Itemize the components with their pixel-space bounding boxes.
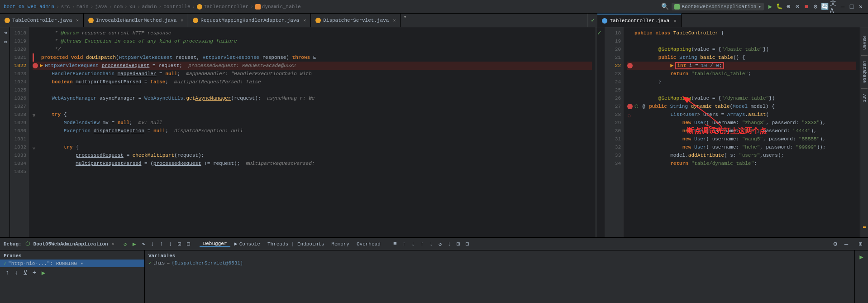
code-panel-right: ✓ 18 19 20 21 22 23 24 25 26 27 28 29 30… — [596, 27, 868, 237]
window-close[interactable]: ✕ — [857, 3, 864, 10]
step-out[interactable]: ↑ — [158, 240, 165, 248]
tab-console[interactable]: ▶ Console — [230, 240, 263, 247]
evaluate[interactable]: ⊡ — [176, 240, 183, 248]
code-line-1018: * @param response current HTTP response — [33, 29, 592, 37]
stream-icon-3[interactable]: ↓ — [410, 240, 417, 248]
right-line-25 — [627, 86, 856, 94]
frames-panel: Frames ✓ "http-nio-...": RUNNING ▾ ↑ ↓ ⊻… — [0, 250, 145, 303]
var-equals: = — [167, 260, 170, 266]
sidebar-project[interactable]: P — [1, 29, 9, 37]
stop-button[interactable]: ■ — [803, 3, 810, 10]
right-panel-check: ✓ — [591, 16, 595, 24]
bp-triangle-1028[interactable]: ▽ — [33, 112, 38, 117]
maven-tab[interactable]: Maven — [862, 36, 867, 50]
var-this-value: {DispatcherServlet@6531} — [172, 260, 243, 266]
stream-icon-9[interactable]: ⊟ — [464, 240, 471, 248]
tab-memory[interactable]: Memory — [328, 241, 353, 247]
main-content: P S 1018 1019 1020 1021 1022 1023 1024 1… — [0, 27, 868, 237]
frame-dropdown[interactable]: ▾ — [81, 260, 84, 266]
art-tab[interactable]: Art — [862, 94, 867, 102]
layout-icon[interactable]: ⊞ — [857, 240, 864, 248]
stream-icon-1[interactable]: ≡ — [391, 240, 399, 248]
debug-tabs: Debugger ▶ Console Threads | Endpoints M… — [200, 240, 384, 247]
close-tab-right-1[interactable]: ✕ — [673, 18, 676, 24]
right-line-28: ○ List<User> users = Arrays.asList( — [627, 111, 856, 119]
add-watch[interactable]: + — [31, 269, 38, 276]
breakpoint-right-27[interactable] — [627, 104, 633, 109]
debug-button[interactable]: 🐛 — [776, 3, 783, 10]
tab-overhead[interactable]: Overhead — [353, 241, 384, 247]
right-line-34: return "table/dynamic_table"; — [627, 159, 856, 168]
stream-icon-2[interactable]: ↑ — [401, 240, 408, 248]
close-tab-4[interactable]: ✕ — [393, 18, 396, 23]
var-check-icon: ✓ — [148, 260, 151, 266]
right-line-33: model.addAttribute( s: "users",users); — [627, 151, 856, 159]
build-button[interactable]: ⚙ — [812, 3, 819, 10]
tab-invocable[interactable]: InvocableHandlerMethod.java ✕ — [84, 14, 188, 27]
window-max[interactable]: □ — [848, 3, 855, 10]
var-this: ✓ this = {DispatcherServlet@6531} — [145, 260, 854, 267]
right-debug-icons: ⊞ — [857, 240, 864, 248]
breakpoint-1022[interactable] — [33, 63, 38, 68]
right-line-20: @GetMapping(value = {"/basic_table"}) — [627, 45, 856, 53]
nav-down[interactable]: ↓ — [13, 269, 20, 276]
sidebar-structure[interactable]: S — [1, 38, 9, 46]
line-numbers-left: 1018 1019 1020 1021 1022 1023 1024 1025 … — [10, 27, 29, 237]
tab-tablecontroller-left[interactable]: TableController.java ✕ — [0, 14, 84, 27]
dc-resume[interactable]: ▶ — [857, 252, 866, 261]
nav-up[interactable]: ↑ — [4, 269, 11, 276]
bp-triangle-1032[interactable]: ▽ — [33, 144, 38, 150]
run-config[interactable]: Boot05WebAdminApplication ▾ — [672, 3, 764, 10]
close-tab-1[interactable]: ✕ — [76, 18, 79, 23]
close-tab-3[interactable]: ✕ — [303, 18, 306, 23]
tab-dispatcher[interactable]: DispatcherServlet.java ✕ — [311, 14, 401, 27]
profile-button[interactable]: ⊙ — [794, 3, 801, 10]
frame-nav: ↑ ↓ ⊻ + ▶ — [0, 267, 144, 278]
settings-icon[interactable]: ⚙ — [834, 240, 837, 248]
search-icon[interactable]: 🔍 — [661, 3, 669, 10]
step-over[interactable]: ↷ — [140, 240, 147, 248]
line-numbers-right: 18 19 20 21 22 23 24 25 26 27 28 29 30 3… — [605, 27, 624, 237]
right-line-24: } — [627, 78, 856, 86]
stream-icon-8[interactable]: ⊞ — [455, 240, 462, 248]
frames-icon[interactable]: ⊟ — [185, 240, 192, 248]
code-line-1029: ModelAndView mv = null; mv: null — [33, 119, 592, 127]
right-panel-sidebar: Maven Database Art — [860, 27, 868, 237]
stream-icon-4[interactable]: ↑ — [419, 240, 426, 248]
resume-button[interactable]: ▶ — [131, 240, 138, 248]
code-content-left: * @param response current HTTP response … — [29, 27, 596, 237]
sync-button[interactable]: 🔄 — [821, 3, 828, 10]
variables-panel: Variables ✓ this = {DispatcherServlet@65… — [145, 250, 854, 303]
breadcrumb: boot-05-web-admin › src › main › java › … — [4, 4, 301, 10]
breakpoint-right-22[interactable] — [627, 63, 633, 68]
close-debug[interactable]: — — [843, 240, 850, 248]
right-line-23: return "table/basic_table"; — [627, 70, 856, 78]
close-debug-tab[interactable]: ✕ — [112, 241, 114, 247]
run-to-cursor[interactable]: ↓ — [167, 240, 174, 248]
tab-threads[interactable]: Threads | Endpoints — [264, 241, 328, 247]
variables-header: Variables — [145, 252, 854, 260]
database-tab[interactable]: Database — [862, 61, 867, 83]
tab-requestmapping[interactable]: RequestMappingHandlerAdapter.java ✕ — [188, 14, 311, 27]
filter-icon[interactable]: ⊻ — [22, 269, 29, 276]
tab-more[interactable]: ▾ — [401, 14, 409, 27]
stream-icon-5[interactable]: ↓ — [428, 240, 435, 248]
translate-icon[interactable]: 文A — [830, 3, 837, 10]
coverage-button[interactable]: ⊕ — [785, 3, 792, 10]
debug-body: Frames ✓ "http-nio-...": RUNNING ▾ ↑ ↓ ⊻… — [0, 250, 868, 303]
stream-icon-7[interactable]: ↓ — [446, 240, 453, 248]
close-tab-2[interactable]: ✕ — [181, 18, 183, 23]
debug-controls-right: ▶ — [854, 250, 868, 303]
resume-small[interactable]: ▶ — [40, 269, 47, 276]
bc-root[interactable]: boot-05-web-admin — [4, 4, 54, 10]
frame-item-active[interactable]: ✓ "http-nio-...": RUNNING ▾ — [0, 260, 144, 267]
tab-tablecontroller-right[interactable]: TableController.java ✕ — [597, 14, 681, 27]
tab-debugger[interactable]: Debugger — [200, 241, 231, 247]
rerun-button[interactable]: ↺ — [122, 240, 129, 248]
stream-icon-6[interactable]: ↺ — [437, 240, 444, 248]
right-line-22: ▶int i = 10 / 0; — [627, 62, 856, 70]
left-sidebar: P S — [0, 27, 10, 237]
run-button[interactable]: ▶ — [767, 3, 774, 10]
step-into[interactable]: ↓ — [149, 240, 156, 248]
window-min[interactable]: — — [839, 3, 846, 10]
